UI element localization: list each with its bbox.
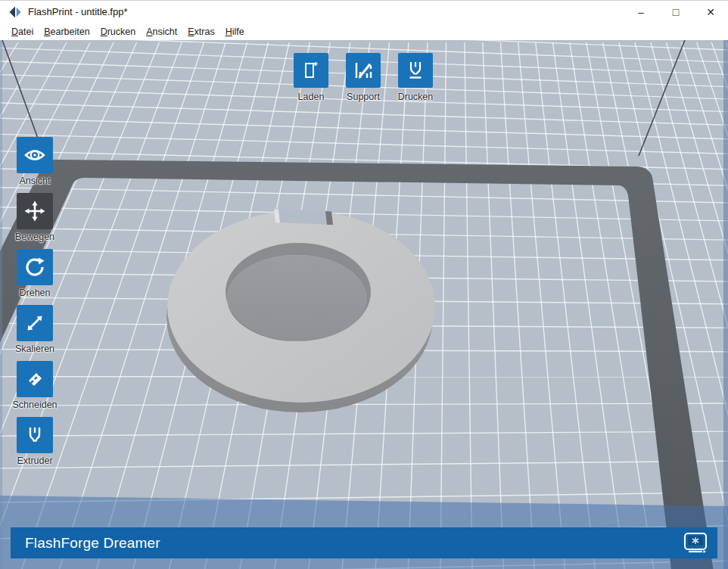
ansicht-button[interactable] — [17, 137, 53, 173]
print-extruder-icon — [404, 59, 427, 82]
menu-drucken[interactable]: Drucken — [95, 25, 142, 39]
laden-label: Laden — [298, 92, 325, 102]
viewport-canvas — [0, 40, 728, 569]
3d-viewport[interactable]: Laden Support Drucken — [0, 40, 728, 569]
drucken-button[interactable] — [398, 53, 433, 88]
tool-ansicht: Ansicht — [17, 137, 53, 186]
title-bar: FlashPrint - untitle.fpp* – □ ✕ — [0, 0, 728, 23]
move-arrows-icon — [23, 199, 47, 223]
window-controls: – □ ✕ — [624, 1, 728, 23]
menu-hilfe[interactable]: Hilfe — [220, 25, 250, 39]
tool-laden: Laden — [285, 53, 337, 102]
tool-bewegen: Bewegen — [17, 193, 53, 242]
support-icon — [352, 59, 375, 82]
skalieren-label: Skalieren — [15, 344, 54, 354]
drucken-label: Drucken — [398, 92, 434, 102]
drehen-label: Drehen — [20, 288, 51, 298]
menu-ansicht[interactable]: Ansicht — [141, 25, 182, 39]
support-button[interactable] — [346, 53, 381, 88]
printer-connection-icon[interactable] — [682, 531, 709, 555]
build-volume-right-edge — [639, 40, 685, 156]
scale-arrow-icon — [23, 311, 47, 335]
extruder-button[interactable] — [17, 417, 53, 453]
minimize-button[interactable]: – — [624, 1, 658, 23]
cut-icon — [23, 367, 47, 391]
tool-extruder: Extruder — [17, 417, 53, 466]
eye-icon — [23, 143, 47, 167]
bewegen-button[interactable] — [17, 193, 53, 229]
printer-name: FlashForge Dreamer — [25, 535, 160, 552]
tool-schneiden: Schneiden — [17, 361, 53, 410]
extruder-label: Extruder — [17, 456, 52, 466]
load-model-icon — [300, 59, 322, 82]
maximize-button[interactable]: □ — [658, 1, 693, 23]
bewegen-label: Bewegen — [15, 232, 54, 242]
extruder-icon — [23, 423, 47, 447]
drehen-button[interactable] — [17, 249, 53, 285]
model-ring[interactable] — [166, 209, 435, 412]
schneiden-label: Schneiden — [12, 400, 57, 410]
flashprint-logo-icon — [8, 5, 22, 19]
menu-extras[interactable]: Extras — [182, 25, 219, 39]
close-button[interactable]: ✕ — [693, 1, 728, 23]
viewport-right-edge-shade — [723, 40, 728, 569]
ansicht-label: Ansicht — [20, 176, 51, 186]
schneiden-button[interactable] — [17, 361, 53, 397]
tool-support: Support — [338, 53, 389, 102]
rotate-icon — [23, 255, 47, 279]
model-notch — [275, 209, 331, 225]
status-bar: FlashForge Dreamer — [11, 527, 717, 558]
tool-drucken: Drucken — [390, 53, 441, 102]
support-label: Support — [347, 92, 380, 102]
tool-skalieren: Skalieren — [17, 305, 53, 354]
menu-bar: Datei Bearbeiten Drucken Ansicht Extras … — [0, 23, 728, 40]
menu-datei[interactable]: Datei — [6, 25, 39, 39]
viewport-left-edge-shade — [0, 40, 2, 569]
menu-bearbeiten[interactable]: Bearbeiten — [39, 25, 95, 39]
laden-button[interactable] — [294, 53, 328, 88]
skalieren-button[interactable] — [17, 305, 53, 341]
side-toolbar: Ansicht Bewegen Drehen — [17, 137, 53, 473]
top-toolbar: Laden Support Drucken — [285, 53, 441, 102]
tool-drehen: Drehen — [17, 249, 53, 298]
window-title: FlashPrint - untitle.fpp* — [28, 6, 128, 17]
